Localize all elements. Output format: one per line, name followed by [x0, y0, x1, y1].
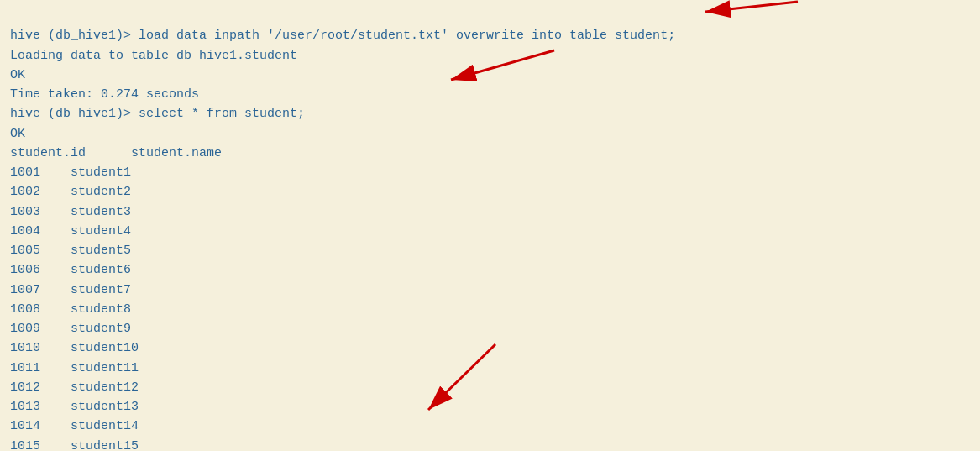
terminal-line: 1007 student7 — [10, 281, 970, 300]
terminal-line: 1006 student6 — [10, 260, 970, 280]
terminal-line: student.id student.name — [10, 144, 970, 163]
terminal-line: 1001 student1 — [10, 163, 970, 182]
terminal-output: hive (db_hive1)> load data inpath '/user… — [0, 0, 980, 451]
terminal-line: 1012 student12 — [10, 378, 970, 397]
terminal-line: Time taken: 0.274 seconds — [10, 85, 970, 104]
terminal-line: 1013 student13 — [10, 397, 970, 417]
terminal-line: OK — [10, 66, 970, 85]
terminal-line: hive (db_hive1)> load data inpath '/user… — [10, 26, 970, 45]
terminal-line: 1009 student9 — [10, 319, 970, 338]
terminal-line: 1010 student10 — [10, 338, 970, 358]
terminal-line: hive (db_hive1)> select * from student; — [10, 104, 970, 123]
terminal-line: 1004 student4 — [10, 222, 970, 241]
terminal-line: 1003 student3 — [10, 202, 970, 222]
terminal-line: 1008 student8 — [10, 300, 970, 319]
terminal-line: OK — [10, 124, 970, 144]
terminal-line: 1002 student2 — [10, 182, 970, 202]
terminal-line: 1005 student5 — [10, 241, 970, 260]
terminal-line: Loading data to table db_hive1.student — [10, 46, 970, 66]
terminal-line: 1011 student11 — [10, 359, 970, 378]
terminal-line: 1015 student15 — [10, 437, 970, 452]
terminal-line: 1014 student14 — [10, 417, 970, 436]
